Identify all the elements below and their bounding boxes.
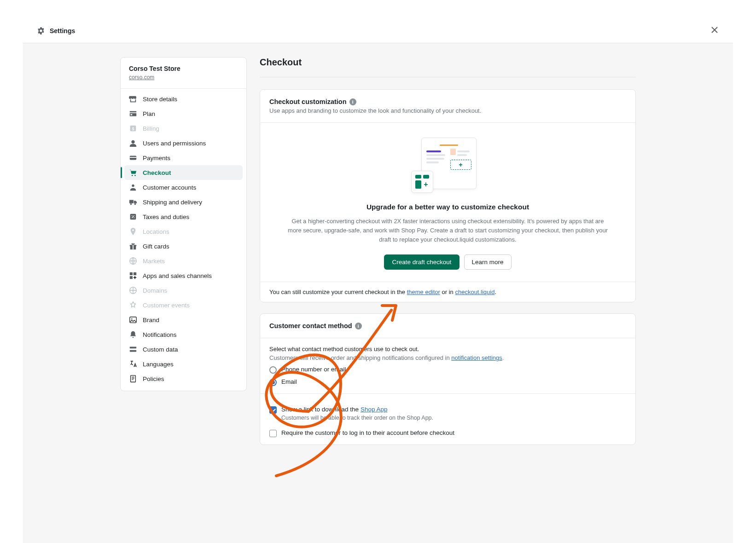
nav-label: Locations	[143, 228, 169, 235]
nav-label: Shipping and delivery	[143, 199, 202, 206]
nav-label: Customer events	[143, 302, 190, 309]
nav-payments[interactable]: Payments	[124, 150, 243, 165]
nav-customdata[interactable]: Custom data	[124, 342, 243, 357]
hero-text: Get a higher-converting checkout with 2X…	[286, 217, 610, 244]
notifications-icon	[129, 330, 137, 339]
topbar-title: Settings	[50, 27, 75, 35]
shop-app-subtext: Customers will be able to track their or…	[281, 415, 626, 421]
info-icon[interactable]	[355, 323, 362, 329]
nav-label: Store details	[143, 96, 177, 103]
nav-billing: $Billing	[124, 121, 243, 136]
locations-icon	[129, 227, 137, 236]
nav-customer-accounts[interactable]: Customer accounts	[124, 180, 243, 195]
svg-point-7	[132, 185, 134, 187]
checkbox-input[interactable]	[269, 430, 277, 437]
nav-locations: Locations	[124, 224, 243, 239]
customdata-icon	[129, 345, 137, 353]
checkbox-require-login[interactable]: Require the customer to log in to their …	[269, 429, 626, 437]
users-icon	[129, 139, 137, 147]
customer-icon	[129, 183, 137, 191]
payments-icon	[129, 154, 137, 162]
nav-gift[interactable]: Gift cards	[124, 239, 243, 254]
nav-label: Notifications	[143, 331, 177, 338]
shop-app-link[interactable]: Shop App	[361, 406, 388, 413]
nav-shipping[interactable]: Shipping and delivery	[124, 195, 243, 209]
main-content: Checkout Checkout customization Use apps…	[260, 57, 636, 543]
hero-title: Upgrade for a better way to customize ch…	[286, 203, 610, 211]
apps-icon	[129, 272, 137, 280]
theme-editor-link[interactable]: theme editor	[407, 289, 440, 295]
checkout-customization-card: Checkout customization Use apps and bran…	[260, 89, 636, 302]
svg-rect-4	[130, 157, 136, 158]
svg-point-13	[132, 230, 134, 231]
card-subtitle: Use apps and branding to customize the l…	[269, 107, 626, 114]
nav-taxes[interactable]: Taxes and duties	[124, 209, 243, 224]
nav-label: Languages	[143, 361, 174, 368]
hero-illustration: + +	[411, 138, 485, 193]
store-name: Corso Test Store	[129, 65, 238, 72]
nav-users[interactable]: Users and permissions	[124, 136, 243, 150]
nav-label: Brand	[143, 317, 159, 323]
checkbox-input[interactable]	[269, 406, 277, 414]
notification-settings-link[interactable]: notification settings	[451, 354, 502, 361]
svg-point-11	[132, 215, 133, 216]
nav-label: Gift cards	[143, 243, 169, 250]
languages-icon	[129, 360, 137, 368]
nav-label: Policies	[143, 375, 164, 382]
svg-point-5	[132, 175, 133, 176]
svg-point-6	[134, 175, 136, 176]
events-icon	[129, 301, 137, 309]
radio-input[interactable]	[269, 379, 277, 386]
card-title: Checkout customization	[269, 98, 626, 105]
svg-point-2	[131, 140, 134, 144]
markets-icon	[129, 257, 137, 265]
nav-policies[interactable]: Policies	[124, 371, 243, 386]
radio-input[interactable]	[269, 366, 277, 374]
radio-phone-email[interactable]: Phone number or email	[269, 366, 626, 374]
nav-notifications[interactable]: Notifications	[124, 327, 243, 342]
nav-label: Markets	[143, 258, 165, 265]
svg-text:$: $	[132, 127, 134, 131]
learn-more-button[interactable]: Learn more	[464, 254, 512, 270]
create-draft-button[interactable]: Create draft checkout	[384, 254, 459, 270]
store-header: Corso Test Store corso.com	[121, 58, 246, 89]
nav-label: Customer accounts	[143, 184, 196, 191]
nav-label: Plan	[143, 110, 155, 117]
svg-rect-16	[133, 245, 134, 249]
contact-line2: Customers will receive order and shippin…	[269, 354, 626, 361]
shipping-icon	[129, 198, 137, 206]
info-icon[interactable]	[349, 98, 356, 105]
nav-checkout[interactable]: Checkout	[124, 165, 243, 180]
nav-plan[interactable]: Plan	[124, 106, 243, 121]
nav-languages[interactable]: Languages	[124, 357, 243, 371]
billing-icon: $	[129, 124, 137, 133]
svg-rect-18	[130, 272, 133, 275]
nav-label: Domains	[143, 287, 167, 294]
svg-point-9	[134, 203, 136, 205]
nav-events: Customer events	[124, 298, 243, 312]
svg-rect-26	[131, 375, 136, 382]
nav-label: Taxes and duties	[143, 214, 189, 220]
settings-sidebar: Corso Test Store corso.com Store details…	[120, 57, 247, 391]
nav-label: Users and permissions	[143, 140, 206, 147]
nav-brand[interactable]: Brand	[124, 312, 243, 327]
card-title: Customer contact method	[269, 322, 626, 329]
nav-markets: Markets	[124, 254, 243, 268]
store-domain-link[interactable]: corso.com	[129, 74, 154, 81]
checkout-liquid-link[interactable]: checkout.liquid	[455, 289, 494, 295]
svg-point-12	[134, 217, 134, 218]
nav-store-details[interactable]: Store details	[124, 92, 243, 106]
taxes-icon	[129, 213, 137, 221]
radio-email[interactable]: Email	[269, 378, 626, 386]
nav-label: Checkout	[143, 169, 171, 176]
brand-icon	[129, 316, 137, 324]
domains-icon	[129, 286, 137, 295]
card-footnote: You can still customize your current che…	[260, 282, 635, 302]
checkbox-shop-app[interactable]: Show a link to download the Shop App	[269, 406, 626, 414]
gift-icon	[129, 242, 137, 250]
nav-domains: Domains	[124, 283, 243, 298]
nav-apps[interactable]: Apps and sales channels	[124, 268, 243, 283]
close-button[interactable]	[710, 25, 719, 36]
nav-list: Store details Plan $Billing Users and pe…	[121, 89, 246, 391]
contact-line1: Select what contact method customers use…	[269, 346, 626, 352]
